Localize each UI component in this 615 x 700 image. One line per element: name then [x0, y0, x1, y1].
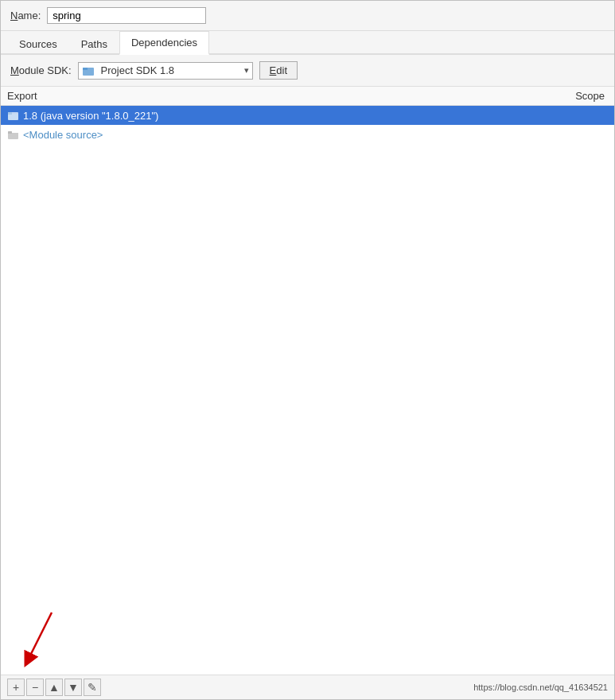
col-export-header: Export	[7, 90, 71, 102]
sdk-select-text: Project SDK 1.8	[101, 64, 241, 76]
tab-sources[interactable]: Sources	[7, 33, 69, 55]
content-area: Module SDK: Project SDK 1.8 ▾ EEditdit E	[1, 55, 614, 699]
svg-rect-2	[83, 68, 88, 70]
module-sdk-row: Module SDK: Project SDK 1.8 ▾ EEditdit	[1, 55, 614, 87]
tabs-row: Sources Paths Dependencies	[1, 31, 614, 55]
col-scope-header: Scope	[575, 90, 608, 102]
sdk-select[interactable]: Project SDK 1.8 ▾	[78, 62, 253, 80]
move-down-button[interactable]: ▼	[64, 679, 82, 696]
sdk-row-folder-icon	[7, 109, 20, 122]
svg-rect-6	[8, 131, 12, 134]
move-up-button[interactable]: ▲	[45, 679, 63, 696]
table-header: Export Scope	[1, 87, 614, 106]
table-row[interactable]: <Module source>	[1, 125, 614, 144]
edit-row-button[interactable]: ✎	[84, 679, 101, 696]
table-body: 1.8 (java version "1.8.0_221") <Module s…	[1, 106, 614, 675]
table-row[interactable]: 1.8 (java version "1.8.0_221")	[1, 106, 614, 125]
module-settings-dialog: Name: Sources Paths Dependencies Module …	[0, 0, 615, 700]
tab-dependencies[interactable]: Dependencies	[119, 31, 209, 55]
module-source-row-text: <Module source>	[23, 129, 608, 141]
svg-rect-5	[8, 112, 12, 115]
name-input[interactable]	[47, 7, 206, 24]
url-label: https://blog.csdn.net/qq_41634521	[473, 682, 608, 692]
add-button[interactable]: +	[7, 679, 25, 696]
remove-button[interactable]: −	[26, 679, 44, 696]
edit-sdk-button[interactable]: EEditdit	[259, 61, 298, 80]
name-label: Name:	[10, 10, 41, 21]
sdk-folder-icon	[82, 64, 95, 77]
name-row: Name:	[1, 1, 614, 31]
bottom-toolbar: + − ▲ ▼ ✎ https://blog.csdn.net/qq_41634…	[1, 675, 614, 699]
module-sdk-label: Module SDK:	[10, 64, 72, 76]
sdk-row-text: 1.8 (java version "1.8.0_221")	[23, 110, 608, 122]
tab-paths[interactable]: Paths	[69, 33, 119, 55]
sdk-dropdown-arrow-icon[interactable]: ▾	[244, 65, 249, 76]
module-row-folder-icon	[7, 128, 20, 141]
